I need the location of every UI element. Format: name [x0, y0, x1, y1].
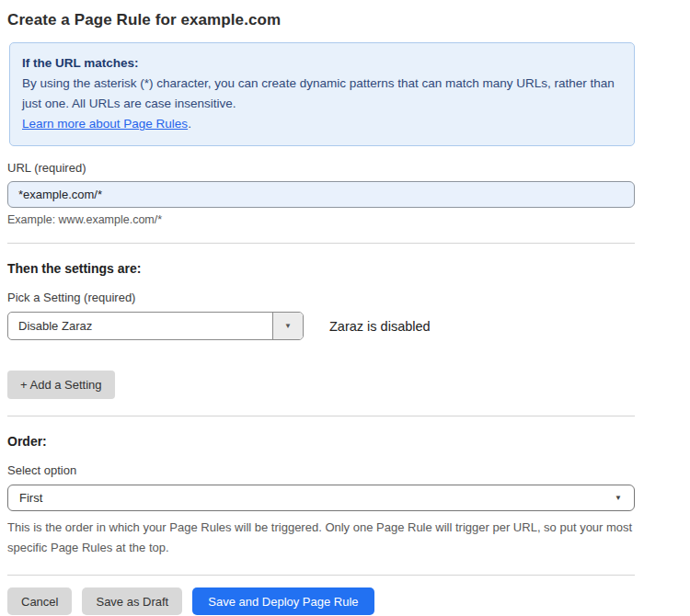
- url-match-info-box: If the URL matches: By using the asteris…: [9, 42, 635, 146]
- order-select-label: Select option: [7, 463, 642, 477]
- order-helper-text: This is the order in which your Page Rul…: [7, 518, 633, 558]
- url-example-helper: Example: www.example.com/*: [7, 213, 642, 226]
- url-field-label: URL (required): [7, 161, 642, 175]
- pick-setting-label: Pick a Setting (required): [7, 291, 642, 304]
- order-section-heading: Order:: [7, 434, 642, 449]
- add-setting-button[interactable]: + Add a Setting: [7, 371, 115, 399]
- save-deploy-button[interactable]: Save and Deploy Page Rule: [192, 587, 374, 615]
- settings-section-heading: Then the settings are:: [7, 261, 642, 276]
- chevron-down-icon: ▼: [615, 494, 622, 502]
- form-actions: Cancel Save as Draft Save and Deploy Pag…: [7, 587, 642, 615]
- chevron-down-icon[interactable]: ▼: [272, 313, 303, 339]
- setting-dropdown-value: Disable Zaraz: [8, 313, 272, 339]
- order-select-value: First: [19, 491, 42, 505]
- info-box-heading: If the URL matches:: [22, 53, 621, 74]
- section-divider: [7, 416, 635, 416]
- setting-row: Disable Zaraz ▼ Zaraz is disabled: [7, 312, 642, 340]
- section-divider: [7, 243, 635, 244]
- order-select[interactable]: First ▼: [7, 485, 635, 511]
- page-title: Create a Page Rule for example.com: [7, 11, 642, 29]
- cancel-button[interactable]: Cancel: [7, 587, 72, 615]
- info-box-body: By using the asterisk (*) character, you…: [22, 74, 621, 114]
- learn-more-link[interactable]: Learn more about Page Rules: [22, 117, 188, 131]
- save-draft-button[interactable]: Save as Draft: [82, 587, 182, 615]
- section-divider: [7, 575, 635, 576]
- setting-dropdown[interactable]: Disable Zaraz ▼: [7, 312, 304, 340]
- link-suffix: .: [188, 117, 191, 131]
- setting-status-text: Zaraz is disabled: [329, 319, 431, 334]
- page-rule-form: Create a Page Rule for example.com If th…: [0, 0, 642, 615]
- info-box-link-line: Learn more about Page Rules.: [22, 114, 621, 134]
- url-input[interactable]: [7, 181, 635, 208]
